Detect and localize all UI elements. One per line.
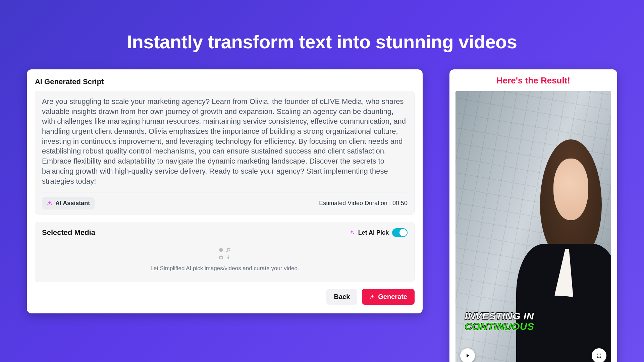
script-text[interactable]: Are you struggling to scale your marketi…: [42, 97, 408, 186]
caption-line-1: INVESTING IN: [465, 311, 534, 321]
script-footer: AI Assistant Estimated Video Duration : …: [42, 197, 408, 209]
media-placeholder: Let Simplified AI pick images/videos and…: [42, 247, 408, 272]
script-body-box: Are you struggling to scale your marketi…: [35, 91, 415, 215]
selected-media-box: Selected Media Let AI Pick: [35, 222, 415, 282]
result-title: Here's the Result!: [455, 75, 611, 86]
generate-label: Generate: [378, 293, 407, 301]
estimated-duration: Estimated Video Duration : 00:50: [319, 200, 408, 207]
video-caption: INVESTING IN CONTINUOUS: [465, 311, 534, 332]
result-card: Here's the Result! INVESTING IN CONTINUO…: [449, 69, 617, 362]
page-headline: Instantly transform text into stunning v…: [0, 0, 644, 53]
media-header: Selected Media Let AI Pick: [42, 228, 408, 237]
ai-assistant-button[interactable]: AI Assistant: [42, 197, 95, 209]
let-ai-pick-label: Let AI Pick: [358, 229, 389, 236]
sparkle-icon: [47, 200, 53, 206]
let-ai-pick-toggle[interactable]: [392, 228, 408, 237]
generate-button[interactable]: Generate: [362, 289, 415, 305]
sparkle-icon: [369, 294, 375, 300]
sparkle-icon: [349, 230, 355, 236]
music-note-icon: [225, 247, 231, 253]
media-type-icons: [217, 247, 233, 260]
action-row: Back Generate: [35, 289, 415, 305]
toggle-knob: [399, 229, 407, 236]
media-hint-text: Let Simplified AI pick images/videos and…: [42, 265, 408, 272]
ai-assistant-label: AI Assistant: [55, 200, 90, 207]
content-row: AI Generated Script Are you struggling t…: [0, 53, 644, 362]
script-card: AI Generated Script Are you struggling t…: [27, 69, 423, 313]
camera-icon: [218, 254, 224, 260]
play-icon: [465, 353, 471, 359]
play-button[interactable]: [460, 348, 475, 362]
bolt-icon: [225, 254, 231, 260]
back-button[interactable]: Back: [326, 289, 357, 305]
script-heading: AI Generated Script: [35, 77, 415, 86]
heart-icon: [218, 247, 224, 253]
caption-line-2: CONTINUOUS: [465, 321, 534, 332]
fullscreen-button[interactable]: [592, 348, 606, 362]
expand-icon: [596, 353, 602, 359]
video-preview[interactable]: INVESTING IN CONTINUOUS: [455, 91, 611, 362]
let-ai-pick-group: Let AI Pick: [349, 228, 408, 237]
video-controls: [460, 348, 606, 362]
selected-media-heading: Selected Media: [42, 228, 95, 237]
divider: [42, 192, 408, 192]
